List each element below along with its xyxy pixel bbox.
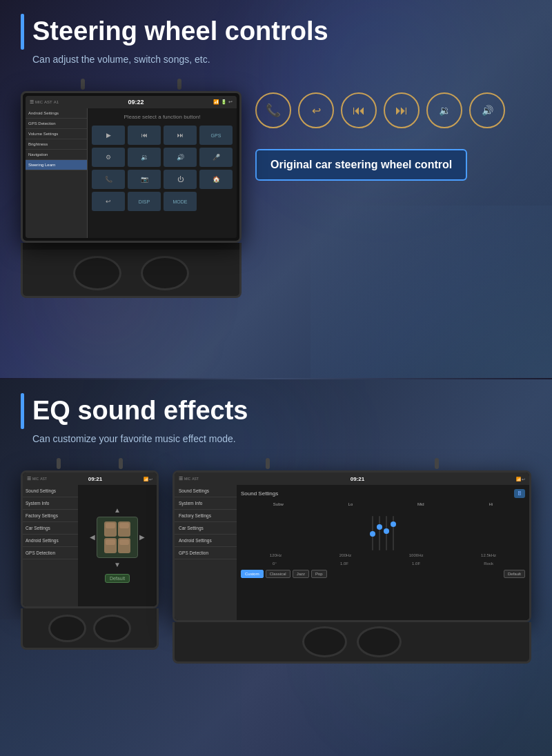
eq-left-device: ☰ MIC AST 09:21 📶 ↩ Sound Settin [21,458,159,664]
screen-sidebar-nav: Navigation [26,150,87,160]
screen-body-top: Android Settings GPS Detection Volume Se… [26,108,237,238]
eq-sidebar-system: System Info [23,497,78,510]
preset-custom[interactable]: Custom [241,570,264,578]
eq-label-lo: Lo [348,502,353,506]
screen-btn-gps: GPS [199,126,233,145]
seat-fl [104,521,117,537]
eq-left-back: ↩ [149,477,152,481]
eq-right-cup-left [302,626,347,657]
eq-right-mount-right [435,458,439,469]
eq-right-time: 09:21 [351,476,364,482]
preset-default-btn[interactable]: Default [504,570,525,578]
screen-btn-vol-up: 🔊 [164,148,197,167]
eq-right-car: Car Settings [175,522,237,535]
screen-btn-power: ⏻ [164,170,197,189]
up-arrow: ▲ [114,506,121,514]
top-title: Steering wheel controls [32,17,328,46]
seat-fr [118,521,130,537]
eq-num-hi: Rock [484,561,493,566]
preset-classical[interactable]: Classical [266,570,290,578]
eq-thumb-subw [370,531,375,537]
eq-right-factory: Factory Settings [175,510,237,522]
back-icon-top: ↩ [228,99,233,105]
screen-sidebar-android: Android Settings [26,108,87,119]
eq-cup-right [93,615,131,642]
car-seats-box [97,517,138,558]
eq-val-hi: 12.5kHz [481,553,496,557]
eq-mount-left [57,458,61,469]
bottom-header: EQ sound effects [21,393,531,429]
eq-device-area: ☰ MIC AST 09:21 📶 ↩ Sound Settin [21,458,531,664]
eq-right-back: ↩ [522,477,525,481]
eq-val-subw: 120Hz [270,553,282,557]
screen-sidebar: Android Settings GPS Detection Volume Se… [26,108,88,238]
ctrl-icon-vol-up: 🔊 [469,92,505,128]
screen-btn-play: ▶ [92,126,125,145]
eq-left-top-bar: ☰ MIC AST 09:21 📶 ↩ [23,472,157,485]
eq-num-subw: 0° [273,561,277,566]
ctrl-icon-call: 📞 [255,92,291,128]
down-arrow: ▼ [114,561,121,568]
ctrl-icon-hangup: ↩ [298,92,334,128]
wifi-icon: 📶 [213,99,219,105]
eq-right-body: Sound Settings System Info Factory Setti… [175,485,529,620]
eq-left-body: Sound Settings System Info Factory Setti… [23,485,157,606]
eq-right-sidebar: Sound Settings System Info Factory Setti… [175,485,237,620]
eq-right-gps: GPS Detection [175,547,237,559]
screen-notice: Please select a function button! [90,111,234,124]
screen-btn-back: ↩ [92,192,125,211]
eq-title-bar: Sound Settings 🎚 [241,489,525,498]
eq-label-hi: Hi [489,502,493,506]
top-subtitle: Can adjust the volume, switch songs, etc… [32,54,531,65]
eq-right-system: System Info [175,497,237,510]
eq-icon-btn: 🎚 [514,489,525,498]
eq-left-default-btn[interactable]: Default [105,574,130,583]
screen-buttons-grid: ▶ ⏮ ⏭ GPS ⚙ 🔉 🔊 🎤 📞 📷 [90,124,234,212]
battery-icon: 🔋 [221,99,227,105]
eq-right-mount-left [266,458,270,469]
bottom-accent-bar [21,393,24,429]
top-header: Steering wheel controls [21,14,531,50]
cup-holder-right [141,256,189,290]
screen-btn-next: ⏭ [164,126,197,145]
screen-sidebar-gps: GPS Detection [26,119,87,129]
eq-left-sidebar: Sound Settings System Info Factory Setti… [23,485,78,606]
original-label: Original car steering wheel control [255,149,467,181]
eq-main-right: Sound Settings 🎚 Subw Lo Mid Hi [237,485,529,620]
seat-rl [104,538,117,553]
bottom-section: EQ sound effects Can customize your favo… [0,379,552,756]
eq-val-mid: 1000Hz [409,553,424,557]
ctrl-icons-row: 📞 ↩ ⏮ ⏭ 🔉 🔊 [255,92,505,128]
eq-freq-row: Subw Lo Mid Hi [241,502,525,506]
eq-left-screen: ☰ MIC AST 09:21 📶 ↩ Sound Settin [21,470,159,608]
seat-rr [118,538,130,553]
cup-holder-left [73,256,121,290]
eq-thumb-hi [391,521,396,527]
screen-main-top: Please select a function button! ▶ ⏮ ⏭ G… [88,108,237,238]
screen-btn-call: 📞 [92,170,125,189]
screen-btn-vol-down: 🔉 [128,148,161,167]
top-section: Steering wheel controls Can adjust the v… [0,0,552,378]
preset-jazz[interactable]: Jazz [293,570,309,578]
preset-pop[interactable]: Pop [311,570,327,578]
eq-right-android: Android Settings [175,535,237,547]
bottom-title: EQ sound effects [32,397,248,426]
top-device-area: ☰ MIC AST A1 09:22 📶 🔋 ↩ [21,79,531,298]
eq-section-title: Sound Settings [241,490,278,497]
eq-right-cup-right [357,626,402,657]
left-arrow: ◀ [90,533,95,541]
eq-sidebar-car: Car Settings [23,522,78,535]
screen-sidebar-steering: Steering Learn [26,160,87,170]
eq-right-top-bar: ☰ MIC AST 09:21 📶 ↩ [175,472,529,485]
eq-num-val-row: 0° 1.0F 1.0F Rock [241,561,525,566]
device-screen-top: ☰ MIC AST A1 09:22 📶 🔋 ↩ [26,96,237,238]
eq-thumb-mid [384,528,389,534]
eq-right-wifi: 📶 [516,477,521,481]
eq-sidebar-android: Android Settings [23,535,78,547]
screen-btn-mode: MODE [164,192,197,211]
eq-bar-lo [379,516,380,550]
eq-bar-subw [372,516,373,550]
screen-top-bar: ☰ MIC AST A1 09:22 📶 🔋 ↩ [26,96,237,108]
eq-presets-row: Custom Classical Jazz Pop Default [241,570,525,578]
eq-left-time: 09:21 [88,476,102,482]
